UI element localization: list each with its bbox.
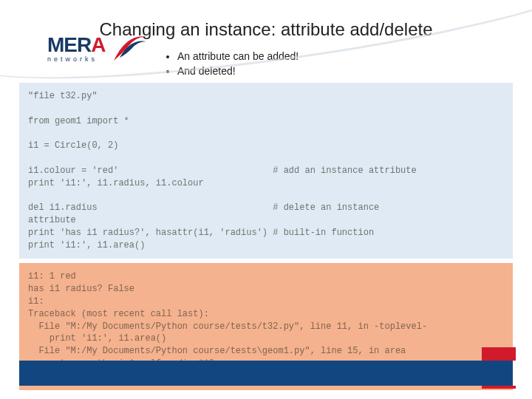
logo-swoosh-icon	[112, 31, 149, 64]
footer-accent-line	[482, 386, 516, 389]
logo-main: MER	[47, 33, 91, 56]
logo-accent: A	[91, 33, 105, 56]
brand-logo: MERA networks	[47, 35, 136, 63]
source-code-block: "file t32.py" from geom1 import * i1 = C…	[19, 83, 513, 259]
footer-accent-block	[482, 347, 516, 361]
footer-band	[19, 361, 513, 386]
